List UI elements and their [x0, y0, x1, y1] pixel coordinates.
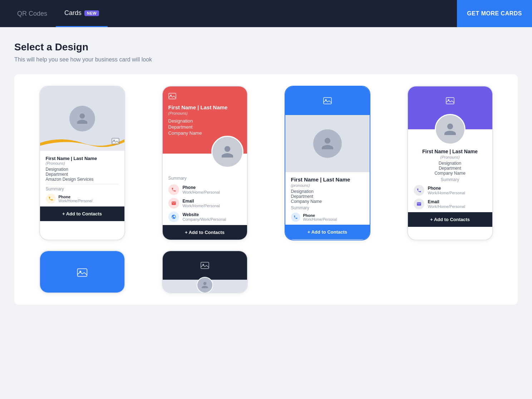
card3-company: Company Name [291, 199, 364, 204]
card4-split-section [408, 115, 492, 144]
card3-department: Department [291, 194, 364, 199]
card2-email-sub: Work/Home/Personal [183, 204, 220, 208]
card4-body: First Name | Last Name (Pronouns) Design… [408, 144, 492, 209]
card1-add-contacts-button[interactable]: + Add to Contacts [40, 206, 124, 221]
card2-website: Website Company/Work/Personal [168, 211, 241, 222]
card3-phone-sub: Work/Home/Personal [303, 218, 337, 221]
card3-summary: Summary [291, 205, 364, 210]
card2-phone-sub: Work/Home/Personal [183, 190, 220, 194]
card2-email-label: Email [183, 199, 220, 204]
card6-header-dark [163, 251, 247, 280]
svg-rect-6 [446, 98, 454, 104]
svg-rect-8 [77, 269, 87, 276]
card4-summary: Summary [414, 177, 487, 182]
card2-department: Department [168, 124, 241, 130]
main-content: Select a Design This will help you see h… [0, 27, 532, 319]
card4-pronouns: (Pronouns) [414, 155, 487, 159]
card4-add-contacts-button[interactable]: + Add to Contacts [408, 212, 492, 227]
cards-container: First Name | Last Name (Pronouns) Design… [14, 74, 518, 305]
card4-phone: Phone Work/Home/Personal [414, 185, 487, 196]
card4-phone-label: Phone [428, 186, 465, 191]
card2-designation: Designation [168, 118, 241, 124]
card2-company: Company Name [168, 130, 241, 136]
card4-header-purple [408, 86, 492, 115]
card1-header [40, 86, 124, 151]
card2-header: First Name | Last Name (Pronouns) Design… [163, 86, 247, 154]
card1-pronouns: (Pronouns) [46, 161, 119, 165]
get-more-cards-button[interactable]: GET MORE CARDS [457, 0, 532, 27]
card2-name: First Name | Last Name [168, 104, 241, 110]
nav-bar: QR Codes Cards NEW GET MORE CARDS [0, 0, 532, 27]
page-title: Select a Design [14, 41, 518, 53]
card4-email: Email Work/Home/Personal [414, 199, 487, 209]
card4-avatar [435, 114, 466, 145]
card4-department: Department [414, 166, 487, 171]
new-badge: NEW [84, 10, 99, 16]
card3-header-blue [285, 86, 370, 115]
card3-add-contacts-button[interactable]: + Add to Contacts [285, 225, 370, 239]
card3-phone-label: Phone [303, 213, 337, 218]
card2-website-label: Website [183, 212, 226, 217]
card4-designation: Designation [414, 161, 487, 166]
card4-phone-sub: Work/Home/Personal [428, 191, 465, 195]
page-subtitle: This will help you see how your business… [14, 56, 518, 63]
card3-photo-area [285, 115, 370, 172]
card2-pronouns: (Pronouns) [168, 111, 241, 115]
card3-body: First Name | Last Name (pronouns) Design… [285, 172, 370, 222]
card4-email-sub: Work/Home/Personal [428, 204, 465, 209]
card1-name: First Name | Last Name [46, 156, 119, 161]
card-design-1[interactable]: First Name | Last Name (Pronouns) Design… [39, 86, 125, 240]
card2-phone-label: Phone [183, 185, 220, 190]
nav-item-cards[interactable]: Cards NEW [56, 0, 108, 27]
svg-rect-4 [323, 98, 331, 104]
card3-phone: Phone Work/Home/Personal [291, 213, 364, 222]
card3-pronouns: (pronouns) [291, 183, 364, 188]
card2-add-contacts-button[interactable]: + Add to Contacts [163, 225, 247, 240]
card1-department: Department [46, 172, 119, 177]
card-design-5[interactable] [39, 250, 125, 293]
card1-body: First Name | Last Name (Pronouns) Design… [40, 151, 124, 204]
card1-phone: Phone Work/Home/Personal [46, 194, 119, 204]
card1-designation: Designation [46, 167, 119, 172]
card-design-4[interactable]: First Name | Last Name (Pronouns) Design… [407, 86, 493, 240]
svg-rect-2 [169, 93, 176, 99]
card1-company: Amazon Design Services [46, 177, 119, 182]
card-design-2[interactable]: First Name | Last Name (Pronouns) Design… [162, 86, 248, 240]
card1-phone-sub: Work/Home/Personal [59, 199, 93, 203]
svg-rect-0 [112, 138, 119, 144]
card1-summary: Summary [46, 186, 119, 191]
card2-img-icon [168, 93, 241, 101]
card-design-6[interactable] [162, 250, 248, 293]
card1-avatar [69, 106, 95, 131]
card4-name: First Name | Last Name [414, 149, 487, 154]
card5-header-blue [40, 251, 124, 293]
svg-rect-10 [201, 262, 208, 269]
card2-phone: Phone Work/Home/Personal [168, 184, 241, 195]
card4-email-label: Email [428, 199, 465, 204]
card-design-3[interactable]: First Name | Last Name (pronouns) Design… [285, 86, 370, 240]
card1-img-icon [112, 138, 119, 146]
card4-company: Company Name [414, 171, 487, 176]
cards-row-1: First Name | Last Name (Pronouns) Design… [26, 86, 506, 240]
card2-website-sub: Company/Work/Personal [183, 217, 226, 221]
card2-avatar [211, 136, 243, 168]
nav-item-qr[interactable]: QR Codes [9, 0, 56, 27]
card2-email: Email Work/Home/Personal [168, 198, 241, 209]
cards-row-2 [26, 250, 506, 293]
card3-designation: Designation [291, 189, 364, 194]
card3-name: First Name | Last Name [291, 176, 364, 183]
card1-phone-label: Phone [59, 195, 93, 199]
